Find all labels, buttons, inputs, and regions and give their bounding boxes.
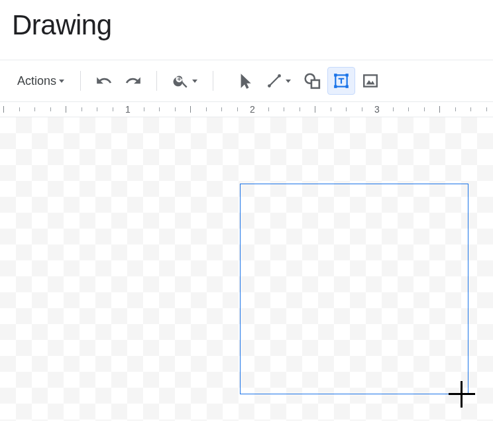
ruler-tick xyxy=(206,107,207,111)
ruler-tick xyxy=(97,107,97,111)
ruler-major-label: 2 xyxy=(248,104,257,115)
ruler-tick xyxy=(439,106,440,113)
ruler-major-label: 3 xyxy=(372,104,382,115)
toolbar: Actions xyxy=(0,60,493,101)
chevron-down-icon xyxy=(59,80,64,83)
redo-icon xyxy=(125,72,142,89)
shape-tool-button[interactable] xyxy=(298,67,326,95)
ruler-tick xyxy=(190,106,191,113)
svg-rect-6 xyxy=(334,74,337,76)
svg-line-2 xyxy=(270,77,279,85)
ruler-tick xyxy=(268,107,269,111)
ruler-tick xyxy=(331,107,331,111)
image-tool-button[interactable] xyxy=(356,67,384,95)
line-tool-button[interactable] xyxy=(260,67,297,95)
svg-rect-4 xyxy=(311,80,319,88)
redo-button[interactable] xyxy=(119,67,147,95)
drawing-canvas[interactable] xyxy=(0,117,493,421)
actions-menu-button[interactable]: Actions xyxy=(11,69,71,93)
ruler-tick xyxy=(315,106,315,113)
ruler-tick xyxy=(455,107,456,111)
horizontal-ruler: 123 xyxy=(0,101,493,117)
ruler-tick xyxy=(175,107,176,111)
cursor-icon xyxy=(236,72,253,89)
ruler-tick xyxy=(393,107,394,111)
ruler-tick xyxy=(486,107,487,111)
ruler-tick xyxy=(66,106,66,113)
ruler-tick xyxy=(221,107,222,111)
ruler-tick xyxy=(34,107,35,111)
ruler-major-label: 1 xyxy=(123,104,133,115)
ruler-tick xyxy=(3,106,4,113)
image-icon xyxy=(362,72,379,89)
select-tool-button[interactable] xyxy=(231,67,258,95)
dialog-header: Drawing xyxy=(0,0,493,60)
ruler-tick xyxy=(113,107,113,111)
undo-button[interactable] xyxy=(90,67,118,95)
dialog-title: Drawing xyxy=(12,9,481,41)
text-box-draft-outline xyxy=(240,184,468,394)
svg-rect-9 xyxy=(346,85,349,88)
ruler-tick xyxy=(50,107,51,111)
text-box-tool-button[interactable] xyxy=(327,67,355,95)
line-icon xyxy=(266,72,283,89)
ruler-tick xyxy=(300,107,300,111)
ruler-tick xyxy=(19,107,20,111)
chevron-down-icon xyxy=(192,80,197,83)
svg-rect-10 xyxy=(364,75,377,86)
svg-marker-11 xyxy=(366,80,375,85)
actions-menu-label: Actions xyxy=(17,74,56,88)
ruler-tick xyxy=(362,107,362,111)
toolbar-divider xyxy=(213,71,213,91)
text-box-icon xyxy=(333,72,350,89)
ruler-tick xyxy=(424,107,425,111)
ruler-tick xyxy=(346,107,347,111)
ruler-tick xyxy=(144,107,144,111)
chevron-down-icon xyxy=(286,80,291,83)
ruler-tick xyxy=(237,107,238,111)
ruler-tick xyxy=(284,107,284,111)
ruler-tick xyxy=(159,107,160,111)
undo-icon xyxy=(95,72,113,89)
zoom-button[interactable] xyxy=(166,67,203,95)
toolbar-divider xyxy=(80,71,81,91)
svg-rect-8 xyxy=(334,85,337,88)
shape-icon xyxy=(303,72,321,89)
toolbar-divider xyxy=(156,71,157,91)
ruler-tick xyxy=(82,107,82,111)
ruler-tick xyxy=(408,107,409,111)
svg-rect-7 xyxy=(346,74,349,76)
zoom-in-icon xyxy=(172,72,190,89)
ruler-tick xyxy=(470,107,471,111)
